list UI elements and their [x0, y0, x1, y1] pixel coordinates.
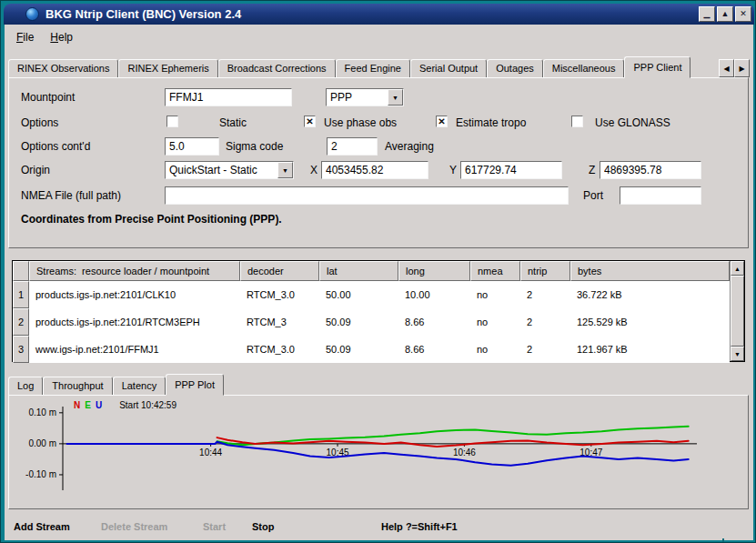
tab-rinex-observations[interactable]: RINEX Observations: [8, 59, 118, 77]
maximize-icon: ▲: [721, 10, 730, 18]
column-header-lat[interactable]: lat: [319, 261, 398, 281]
delete-stream-button: Delete Stream: [101, 521, 167, 532]
table-cell: RTCM_3.0: [240, 336, 319, 363]
scroll-down-button[interactable]: ▼: [731, 347, 744, 361]
row-number[interactable]: 2: [13, 308, 29, 336]
window-title: BKG Ntrip Client (BNC) Version 2.4: [45, 7, 241, 21]
column-header-streams-resource-loader-mountpoint[interactable]: Streams: resource loader / mountpoint: [29, 261, 240, 281]
tab-broadcast-corrections[interactable]: Broadcast Corrections: [218, 59, 336, 77]
tab-serial-output[interactable]: Serial Output: [410, 59, 487, 77]
streams-table-header: Streams: resource loader / mountpointdec…: [13, 261, 730, 281]
tab-feed-engine[interactable]: Feed Engine: [336, 59, 410, 77]
streams-scrollbar[interactable]: ▲ ▼: [730, 261, 744, 361]
table-cell: no: [470, 308, 520, 336]
menu-file[interactable]: File: [8, 29, 42, 45]
table-cell: 50.00: [319, 281, 398, 308]
close-button[interactable]: ✕: [735, 6, 751, 22]
bottom-tab-throughput[interactable]: Throughput: [43, 377, 112, 395]
start-button: Start: [203, 521, 226, 532]
svg-text:10:44: 10:44: [199, 447, 222, 458]
legend-n: N: [74, 400, 80, 410]
stop-button[interactable]: Stop: [252, 521, 274, 532]
client-area: FileHelp RINEX ObservationsRINEX Ephemer…: [5, 25, 753, 540]
tab-scroll-left-button[interactable]: ◀: [719, 59, 734, 77]
add-stream-button[interactable]: Add Stream: [14, 521, 70, 532]
resize-grip[interactable]: [722, 538, 724, 542]
scrollbar-thumb[interactable]: [731, 276, 744, 347]
bottom-tabbar: LogThroughputLatencyPPP Plot: [8, 373, 224, 395]
table-cell: products.igs-ip.net:2101/CLK10: [29, 281, 240, 308]
table-cell: no: [470, 336, 520, 363]
bottom-tab-ppp-plot[interactable]: PPP Plot: [166, 374, 224, 396]
streams-table-body: 1products.igs-ip.net:2101/CLK10RTCM_3.05…: [13, 281, 744, 363]
stream-row-2[interactable]: 2products.igs-ip.net:2101/RTCM3EPHRTCM_3…: [13, 308, 730, 336]
table-cell: 10.00: [398, 281, 470, 308]
table-cell: RTCM_3: [240, 308, 319, 336]
row-number[interactable]: 1: [13, 281, 29, 308]
column-header-decoder[interactable]: decoder: [240, 261, 319, 281]
column-header-long[interactable]: long: [398, 261, 470, 281]
menubar: FileHelp: [8, 28, 81, 46]
table-cell: 2: [520, 281, 570, 308]
window-controls: ▁▲✕: [699, 6, 751, 22]
tab-ppp-client[interactable]: PPP Client: [624, 56, 690, 78]
chevron-left-icon: ◀: [723, 65, 729, 73]
maximize-button[interactable]: ▲: [717, 6, 733, 22]
column-header-bytes[interactable]: bytes: [570, 261, 730, 281]
column-header-ntrip[interactable]: ntrip: [520, 261, 570, 281]
table-cell: 50.09: [319, 336, 398, 363]
bottom-tab-latency[interactable]: Latency: [113, 377, 166, 395]
titlebar[interactable]: BKG Ntrip Client (BNC) Version 2.4 ▁▲✕: [4, 4, 754, 25]
row-number[interactable]: 3: [13, 336, 29, 363]
table-cell: 125.529 kB: [570, 308, 730, 336]
ppp-plot: 0.10 m0.00 m-0.10 m10:4410:4510:4610:47: [23, 397, 714, 503]
help-button[interactable]: Help ?=Shift+F1: [381, 521, 458, 532]
column-header-nmea[interactable]: nmea: [470, 261, 520, 281]
tab-outages[interactable]: Outages: [487, 59, 543, 77]
table-cell: 2: [520, 308, 570, 336]
svg-text:0.10 m: 0.10 m: [28, 407, 56, 417]
plot-start-time: Start 10:42:59: [119, 400, 176, 410]
stream-row-1[interactable]: 1products.igs-ip.net:2101/CLK10RTCM_3.05…: [13, 281, 730, 308]
plot-legend: NEUStart 10:42:59: [74, 400, 176, 410]
table-cell: 8.66: [398, 336, 470, 363]
tab-miscellaneous[interactable]: Miscellaneous: [543, 59, 625, 77]
table-cell: 8.66: [398, 308, 470, 336]
chevron-right-icon: ▶: [739, 65, 744, 73]
legend-u: U: [96, 400, 102, 410]
svg-text:-0.10 m: -0.10 m: [25, 469, 56, 479]
table-cell: 2: [520, 336, 570, 363]
triangle-up-icon: ▲: [734, 266, 741, 272]
svg-text:10:46: 10:46: [453, 447, 476, 458]
minimize-button[interactable]: ▁: [699, 6, 715, 22]
tab-rinex-ephemeris[interactable]: RINEX Ephemeris: [118, 59, 217, 77]
ppp-client-panel: [8, 77, 749, 248]
table-cell: RTCM_3.0: [240, 281, 319, 308]
legend-e: E: [85, 400, 91, 410]
table-corner-cell: [13, 261, 29, 281]
tab-scroll-right-button[interactable]: ▶: [734, 59, 750, 77]
minimize-icon: ▁: [704, 10, 711, 18]
table-cell: 50.09: [319, 308, 398, 336]
menu-help[interactable]: Help: [42, 29, 81, 45]
close-icon: ✕: [740, 10, 747, 18]
svg-text:0.00 m: 0.00 m: [28, 438, 56, 448]
table-cell: products.igs-ip.net:2101/RTCM3EPH: [29, 308, 240, 336]
scroll-up-button[interactable]: ▲: [731, 261, 744, 276]
table-cell: www.igs-ip.net:2101/FFMJ1: [29, 336, 240, 363]
streams-table: Streams: resource loader / mountpointdec…: [12, 260, 745, 362]
bottom-tab-log[interactable]: Log: [8, 377, 43, 395]
table-cell: no: [470, 281, 520, 308]
triangle-down-icon: ▼: [734, 351, 741, 357]
table-cell: 36.722 kB: [570, 281, 730, 308]
bnc-window: BKG Ntrip Client (BNC) Version 2.4 ▁▲✕ F…: [0, 0, 756, 543]
top-tabbar: RINEX ObservationsRINEX EphemerisBroadca…: [8, 55, 690, 77]
stream-row-3[interactable]: 3www.igs-ip.net:2101/FFMJ1RTCM_3.050.098…: [13, 336, 730, 363]
app-icon[interactable]: [25, 7, 39, 21]
table-cell: 121.967 kB: [570, 336, 730, 363]
